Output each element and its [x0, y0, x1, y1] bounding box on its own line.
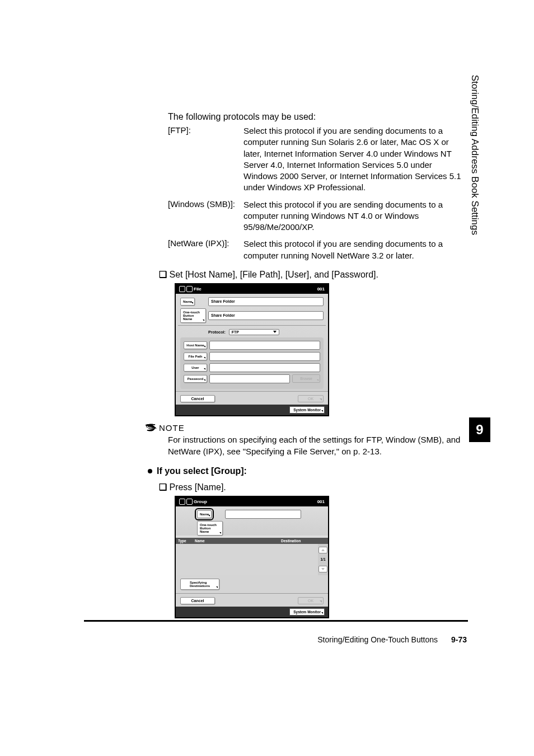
group-heading: If you select [Group]: — [148, 466, 467, 476]
bullet-icon: ❏ — [159, 269, 167, 280]
definition-row: [FTP]: Select this protocol if you are s… — [168, 125, 467, 194]
definition-row: [NetWare (IPX)]: Select this protocol if… — [168, 238, 467, 261]
definition-description: Select this protocol if you are sending … — [243, 238, 467, 261]
window-title: File — [194, 287, 317, 292]
chevron-down-icon — [321, 568, 325, 570]
definition-term: [FTP]: — [168, 125, 243, 194]
page-count: 1/1 — [320, 556, 325, 562]
password-field[interactable] — [209, 374, 290, 383]
user-button[interactable]: User — [184, 364, 207, 372]
protocol-definitions: [FTP]: Select this protocol if you are s… — [168, 125, 467, 261]
list-area: 1/1 — [176, 544, 328, 575]
name-button[interactable]: Name — [180, 298, 195, 306]
chapter-number: 9 — [469, 417, 490, 442]
specifying-destinations-button[interactable]: Specifying Destinations — [180, 579, 219, 590]
nav-icon — [186, 499, 193, 505]
name-button[interactable]: Name — [197, 510, 212, 518]
hostname-field[interactable] — [209, 341, 320, 350]
browse-button: Browse — [292, 374, 320, 383]
record-count: 001 — [317, 499, 325, 504]
definition-row: [Windows (SMB)]: Select this protocol if… — [168, 199, 467, 233]
protocol-value: FTP — [232, 330, 239, 334]
password-button[interactable]: Password — [184, 375, 207, 383]
press-name-text: Press [Name]. — [169, 482, 226, 492]
intro-text: The following protocols may be used: — [168, 112, 467, 122]
nav-icon — [186, 286, 193, 292]
cancel-button[interactable]: Cancel — [180, 597, 215, 604]
definition-term: [Windows (SMB)]: — [168, 199, 243, 233]
onetouch-button[interactable]: One-touch Button Name — [197, 521, 223, 536]
set-instruction-text: Set [Host Name], [File Path], [User], an… — [169, 270, 378, 279]
scroll-down-button[interactable] — [318, 566, 327, 572]
ok-button: OK — [298, 597, 324, 604]
system-monitor-button[interactable]: System Monitor — [289, 406, 325, 414]
footer-rule — [84, 620, 468, 622]
onetouch-field[interactable]: Share Folder — [208, 311, 324, 320]
column-name: Name — [195, 539, 281, 543]
nav-icon — [179, 286, 185, 292]
protocol-label: Protocol: — [208, 330, 226, 334]
note-text: For instructions on specifying each of t… — [168, 434, 467, 457]
hostname-button[interactable]: Host Name — [184, 341, 207, 349]
chevron-up-icon — [321, 549, 325, 551]
list-header: Type Name Destination — [176, 538, 328, 544]
name-field[interactable] — [225, 510, 301, 519]
screenshot-file: File 001 Name Share Folder One-touch But… — [175, 283, 329, 416]
note-icon — [146, 423, 157, 432]
note-heading: NOTE — [146, 423, 467, 433]
system-monitor-button[interactable]: System Monitor — [289, 608, 325, 616]
press-name-instruction: ❏ Press [Name]. — [159, 482, 467, 492]
user-field[interactable] — [209, 363, 320, 372]
onetouch-button[interactable]: One-touch Button Name — [180, 308, 206, 323]
nav-icon — [179, 499, 185, 505]
window-title: Group — [194, 499, 317, 504]
filepath-button[interactable]: File Path — [184, 353, 207, 360]
name-field[interactable]: Share Folder — [208, 297, 324, 306]
note-label: NOTE — [159, 423, 185, 433]
cancel-button[interactable]: Cancel — [180, 395, 215, 402]
bullet-icon — [148, 469, 152, 473]
ok-button: OK — [298, 395, 324, 402]
definition-term: [NetWare (IPX)]: — [168, 238, 243, 261]
column-destination: Destination — [281, 539, 326, 543]
record-count: 001 — [317, 287, 325, 292]
list-scrollbar: 1/1 — [318, 544, 328, 575]
page-footer: Storing/Editing One-Touch Buttons 9-73 — [317, 635, 467, 644]
side-section-title: Storing/Editing Address Book Settings — [469, 75, 480, 235]
bullet-icon: ❏ — [159, 482, 167, 492]
definition-description: Select this protocol if you are sending … — [243, 199, 467, 233]
column-type: Type — [178, 539, 195, 543]
protocol-dropdown[interactable]: FTP — [229, 329, 279, 335]
definition-description: Select this protocol if you are sending … — [243, 125, 467, 194]
list-pane — [176, 544, 318, 575]
screenshot-titlebar: Group 001 — [176, 497, 328, 506]
screenshot-group: Group 001 Name One-touch Button Name Typ… — [175, 496, 329, 618]
footer-page-number: 9-73 — [451, 635, 467, 644]
screenshot-titlebar: File 001 — [176, 284, 328, 294]
dropdown-icon — [273, 331, 277, 333]
scroll-up-button[interactable] — [318, 547, 327, 553]
filepath-field[interactable] — [209, 352, 320, 361]
footer-title: Storing/Editing One-Touch Buttons — [317, 635, 438, 644]
set-instruction: ❏ Set [Host Name], [File Path], [User], … — [159, 269, 467, 280]
group-heading-text: If you select [Group]: — [157, 466, 247, 476]
